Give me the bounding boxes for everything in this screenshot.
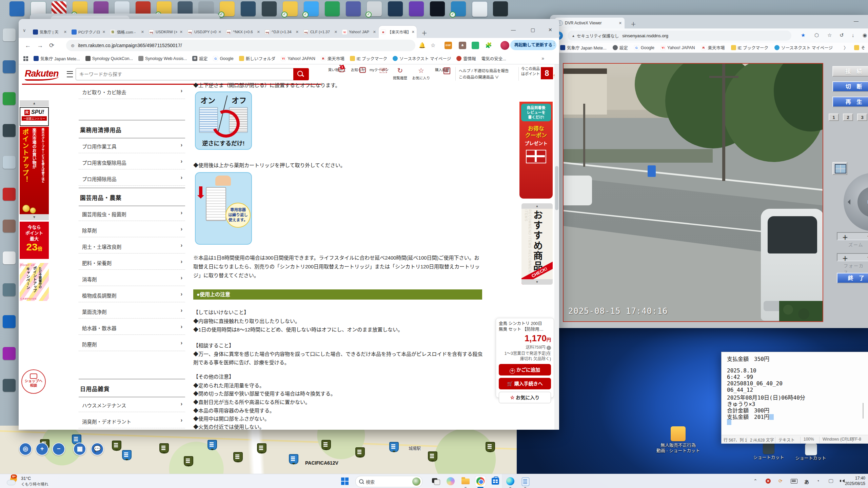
notepad-taskbar-button[interactable] [520,476,530,486]
tray-volume-icon[interactable] [842,479,845,483]
map-zoom-out-button[interactable]: − [52,443,65,455]
add-favorite-icon[interactable]: ☆ [827,32,832,38]
dvr-channel-2-button[interactable]: 2 [843,114,853,121]
tab-dji[interactable]: oq^DJI (+1.34✕ [263,26,301,38]
printer-extension-icon[interactable]: 🖶 [459,42,466,49]
bookmark-star-icon[interactable]: ☆ [431,42,435,48]
shop-consult-button[interactable]: ショップへ 相談 [21,369,46,394]
dvr-quad-view-button[interactable] [832,162,847,175]
bookmark-item[interactable]: GGoogle [213,56,233,61]
rakuten-nav-history[interactable]: ↻閲覧履歴 [390,66,410,80]
desktop-icon[interactable] [388,1,403,16]
tab-close-icon[interactable]: ✕ [373,30,376,34]
bookmark-item-partial[interactable]: そ [854,44,865,51]
map-locate-button[interactable]: ◎ [19,443,32,455]
bookmark-item[interactable]: 気象庁 Japan Mete... [560,44,607,51]
sidebar-item[interactable]: 園芸用殺虫・殺菌剤› [79,206,185,221]
tab-close-icon[interactable]: ✕ [64,30,67,34]
map-marker[interactable] [289,454,298,464]
sidebar-item[interactable]: 肥料・栄養剤› [79,255,185,270]
desktop-icon[interactable]: ✓ [451,1,466,16]
ime-mode-icon[interactable]: あ [804,478,809,485]
bookmark-item[interactable]: R楽天市場 [701,44,725,51]
desktop-icon[interactable] [262,1,277,16]
bookmark-item[interactable]: Y!Yahoo! JAPAN [281,56,315,61]
dvr-connect-button[interactable]: 接 続 [832,66,868,77]
map-marker[interactable] [122,450,132,460]
desktop-icon[interactable] [346,1,361,16]
bookmark-item[interactable]: 設定 [613,44,628,51]
focus-in-icon[interactable]: ＋ [842,254,848,262]
sidebar-item[interactable]: 葉面洗浄剤› [79,304,185,319]
rakuten-search-button[interactable] [293,68,309,80]
sidebar-item[interactable]: 植物成長調整剤› [79,287,185,302]
desktop-icon[interactable] [493,1,508,16]
folder-shortcut-icon[interactable] [671,426,686,441]
tray-security-icon[interactable]: ✕ [766,479,771,484]
tray-keyboard-icon[interactable] [791,479,797,484]
bookmark-item[interactable]: 雷情報 [456,55,476,62]
bookmark-item[interactable]: Synology QuickCon... [85,56,133,61]
bookmark-item[interactable]: ⚙設定 [192,55,208,62]
dvr-disconnect-button[interactable]: 切 断 [832,81,868,92]
extensions-puzzle-icon[interactable]: 🧩 [485,42,492,48]
map-marker[interactable] [428,451,437,462]
add-to-cart-button[interactable]: ＋かごに追加 [499,364,551,375]
map-marker[interactable] [159,443,169,453]
desktop-icon[interactable] [9,1,24,16]
apps-grid-icon[interactable] [23,56,28,61]
scroll-up-icon[interactable]: ▲ [521,203,553,209]
bookmark-item[interactable]: ソースネクスト マイページ [774,44,833,51]
desktop-icon[interactable] [3,283,16,296]
copilot-icon[interactable]: ⬡ [814,32,819,38]
spu-ad[interactable]: R SPU! 一部要エントリー [20,107,49,126]
history-icon[interactable]: ↺ [840,32,844,38]
hamburger-menu-icon[interactable] [67,71,73,77]
desktop-icon[interactable] [3,251,16,264]
bookmarks-overflow-icon[interactable]: 〉 [844,44,848,51]
related-items-link[interactable]: この商品の関連商品 ∨ [459,74,517,81]
sidebar-item[interactable]: 用土・土壌改良剤› [79,239,185,253]
desktop-icon[interactable] [3,124,16,137]
coupon-banner[interactable]: 商品到着後レビューを書くだけ! お得な クーポン プレゼント [519,102,553,199]
exif-extension-icon[interactable]: EXIF [445,42,452,49]
map-share-button[interactable]: 💬 [91,443,104,455]
map-marker[interactable] [257,443,267,453]
desktop-icon[interactable] [3,347,16,360]
minimize-icon[interactable]: — [854,18,859,24]
bookmark-item[interactable]: R楽天市場 [321,55,344,62]
desktop-icon[interactable] [430,1,445,16]
scrollbar-thumb[interactable] [555,166,558,210]
notepad-scrollbar[interactable] [863,403,864,419]
tab-jma[interactable]: 気象庁 | 天✕ [31,26,69,38]
sidebar-item[interactable]: ハウスメンテナンス› [79,397,185,412]
dvr-address-bar[interactable]: ▲ セキュリティ保護なし sinsenyasai.nsddns.org [568,30,791,41]
bookmark-item[interactable]: 電気の安全... [481,55,506,62]
tray-sync-icon[interactable]: ⟳ [778,478,783,484]
sidebar-item[interactable]: 除草剤› [79,222,185,237]
rakuten-help-links[interactable]: ヘルプ / 不適切な商品を報告 この商品の関連商品 ∨ [459,68,517,81]
chrome-taskbar-button[interactable] [475,476,486,486]
tab-usdjpy[interactable]: oqUSDJPY (+0✕ [185,26,223,38]
tab-pc-tech[interactable]: PC/テクノロ✕ [70,26,107,38]
tab-close-icon[interactable]: ✕ [180,30,183,34]
tab-rakuten-active[interactable]: R【楽天市場】✕ [379,26,417,38]
recommend-banner[interactable]: ▲ RECOMMEND ITEMS RECOMMEND ITEMS おすすめ商品… [521,203,553,285]
desktop-icon[interactable]: ✓ [283,1,298,16]
dvr-play-button[interactable]: 再 生 [832,97,868,107]
favorite-button[interactable]: ☆お気に入り [499,392,551,403]
start-button[interactable] [341,477,349,485]
tab-close-icon[interactable]: ✕ [141,30,144,34]
bookmark-item[interactable]: ソースネクスト マイページ [393,55,451,62]
rakuten-nav-news[interactable]: お知らせ [348,66,368,72]
reload-icon[interactable]: ⟳ [49,42,54,49]
tray-expand-icon[interactable]: ⌃ [753,478,757,484]
sidebar-item-kabitori[interactable]: カビ取り・カビ除去› [79,84,185,99]
file-explorer-button[interactable] [460,476,471,486]
map-marker[interactable] [112,441,121,451]
profile-avatar[interactable] [500,41,509,50]
tab-kakaku[interactable]: 価価格.com -✕ [108,26,146,38]
map-marker[interactable] [389,442,399,452]
tab-close-icon[interactable]: ✕ [412,30,415,34]
tray-clock-icon[interactable]: ◔ [816,478,819,484]
